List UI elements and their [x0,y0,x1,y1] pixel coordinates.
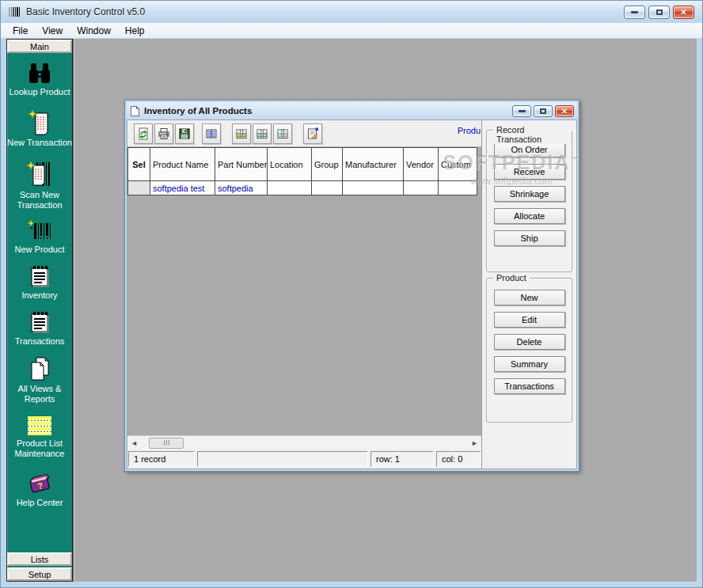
sidebar-item-label: Product List Maintenance [7,438,72,459]
menu-file[interactable]: File [6,24,35,38]
refresh-button[interactable] [134,123,153,144]
delete-product-button[interactable]: Delete [494,334,565,350]
grid-columns-yellow-icon [235,127,248,140]
cell-sel[interactable] [128,181,150,195]
cell-group[interactable] [312,181,343,195]
row-view-button[interactable] [202,123,221,144]
grid-columns-icon [256,127,268,140]
close-icon: ✕ [561,107,568,116]
transactions-button[interactable]: Transactions [494,378,565,394]
menu-window[interactable]: Window [70,24,118,38]
sidebar-item-all-views-reports[interactable]: All Views & Reports [7,356,72,404]
minimize-icon [519,110,526,112]
products-table: Sel Product Name Part Number Location Gr… [127,147,477,195]
grid-view-2-button[interactable] [253,123,272,144]
product-group: Product New Edit Delete Summary Transact… [486,278,572,423]
col-product-name[interactable]: Product Name [150,148,215,181]
grid-area: Sel Product Name Part Number Location Gr… [127,147,481,435]
setup-tab-button[interactable]: Setup [7,567,72,581]
sidebar-item-label: All Views & Reports [7,384,72,404]
record-count: 1 record [128,451,195,467]
edit-product-button[interactable]: Edit [494,312,565,328]
sidebar-item-lookup-product[interactable]: Lookup Product [7,63,72,97]
sidebar-item-label: New Transaction [7,138,72,148]
mdi-workspace: SOFTPEDIA™ www.softpedia.com Inventory o… [73,39,697,582]
product-link[interactable]: Produ [458,126,481,135]
menu-help[interactable]: Help [118,24,152,38]
group-legend: Product [493,273,530,283]
horizontal-scrollbar[interactable]: ◄ ► [127,435,481,450]
menu-view[interactable]: View [35,24,70,38]
sidebar-item-product-list-maintenance[interactable]: Product List Maintenance [7,415,72,459]
window-title: Basic Inventory Control v5.0 [26,6,145,17]
child-close-button[interactable]: ✕ [555,105,574,117]
ship-button[interactable]: Ship [494,230,565,246]
scroll-thumb[interactable] [149,438,184,449]
binoculars-icon [27,63,52,85]
record-transaction-group: Record Transaction On Order Receive Shri… [486,130,572,272]
col-vendor[interactable]: Vendor [404,148,439,181]
grid-view-1-button[interactable] [232,123,251,144]
sidebar-item-help-center[interactable]: ? Help Center [7,472,72,508]
cell-custom[interactable] [439,181,477,195]
minimize-button[interactable] [624,6,645,19]
child-window-title: Inventory of All Products [144,106,252,116]
allocate-button[interactable]: Allocate [494,208,565,224]
main-tab-button[interactable]: Main [7,40,72,53]
col-custom[interactable]: Custom [439,148,477,181]
grid-toolbar: Produ [127,120,481,147]
sidebar-item-label: New Product [7,245,72,255]
on-order-button[interactable]: On Order [494,142,565,157]
save-button[interactable] [175,123,194,144]
cell-location[interactable] [268,181,312,195]
titlebar[interactable]: Basic Inventory Control v5.0 ✕ [1,1,702,23]
scroll-right-arrow[interactable]: ► [468,437,481,450]
child-maximize-button[interactable] [534,105,553,117]
child-minimize-button[interactable] [512,105,531,117]
sidebar-item-new-transaction[interactable]: New Transaction [7,110,72,148]
cell-product-name[interactable]: softpedia test [150,181,215,195]
table-row[interactable]: softpedia test softpedia [128,181,477,195]
action-panel: Record Transaction On Order Receive Shri… [482,120,576,469]
notepad-icon [28,310,51,334]
documents-icon [28,356,51,381]
cell-vendor[interactable] [404,181,439,195]
cell-part-number[interactable]: softpedia [215,181,268,195]
col-location[interactable]: Location [268,148,312,181]
grid-view-3-button[interactable] [273,123,292,144]
print-button[interactable] [154,123,173,144]
new-product-button[interactable]: New [494,290,565,305]
sidebar-item-transactions[interactable]: Transactions [7,310,72,347]
barcode-app-icon [9,6,21,17]
child-titlebar[interactable]: Inventory of All Products ✕ [127,102,577,119]
col-part-number[interactable]: Part Number [215,148,268,181]
shrinkage-button[interactable]: Shrinkage [494,186,565,202]
table-header-row: Sel Product Name Part Number Location Gr… [128,148,477,181]
barcode-icon [27,220,52,242]
scroll-left-arrow[interactable]: ◄ [127,437,141,450]
close-icon: ✕ [680,8,686,17]
maximize-button[interactable] [648,6,670,19]
document-icon [130,105,140,117]
sidebar-item-inventory[interactable]: Inventory [7,264,72,301]
row-indicator: row: 1 [370,451,434,467]
close-button[interactable]: ✕ [673,6,694,19]
sidebar-item-label: Inventory [7,290,72,301]
col-group[interactable]: Group [312,148,343,181]
sidebar: Main Lookup Product New Transaction [6,39,73,582]
sidebar-item-scan-new-transaction[interactable]: Scan New Transaction [7,161,72,211]
properties-button[interactable] [303,123,322,144]
page-refresh-icon [137,127,150,140]
sidebar-item-new-product[interactable]: New Product [7,220,72,255]
lists-tab-button[interactable]: Lists [7,552,72,566]
col-indicator: col: 0 [436,451,481,467]
col-manufacturer[interactable]: Manufacturer [343,148,404,181]
col-sel[interactable]: Sel [128,148,150,181]
floppy-save-icon [178,127,191,140]
summary-button[interactable]: Summary [494,356,565,372]
menu-bar: File View Window Help [1,23,702,39]
receive-button[interactable]: Receive [494,164,565,180]
sidebar-item-label: Scan New Transaction [7,190,72,211]
cell-manufacturer[interactable] [343,181,404,195]
printer-icon [158,127,170,140]
